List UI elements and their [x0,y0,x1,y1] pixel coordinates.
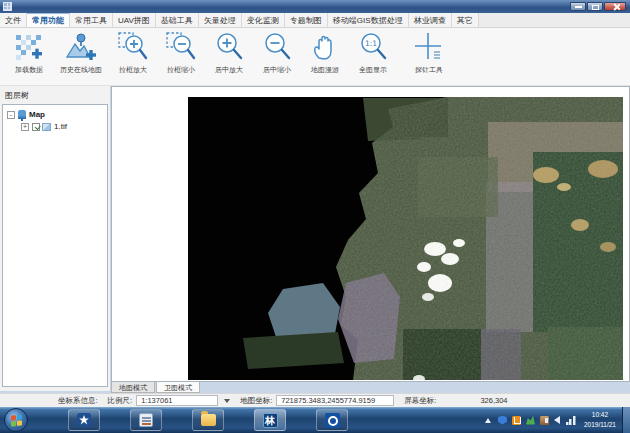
taskbar-clock[interactable]: 10:42 2019/11/21 [584,410,616,430]
tree-layer-label: 1.tif [54,122,67,131]
tool-label: 居中缩小 [263,65,291,75]
screen-coord-label: 屏幕坐标: [404,396,436,406]
center-zoom-in-button[interactable]: 居中放大 [206,31,252,83]
layer-tree: - Map + 1.tif [2,104,108,387]
tab-basic-tools[interactable]: 基础工具 [156,13,199,27]
tab-change-monitoring[interactable]: 变化监测 [242,13,285,27]
ribbon-tab-bar: 文件 常用功能 常用工具 UAV拼图 基础工具 矢量处理 变化监测 专题制图 移… [0,13,630,28]
tab-common-functions[interactable]: 常用功能 [27,13,70,27]
tray-green-icon[interactable] [526,416,535,425]
tab-map-mode[interactable]: 地图模式 [111,382,155,393]
tree-root-label: Map [29,110,45,119]
folder-icon [201,414,216,426]
map-coord-value: 721875.3483,2455774.9159 [276,395,394,406]
tray-shield-icon[interactable] [498,416,507,425]
tool-label: 居中放大 [215,65,243,75]
history-online-map-button[interactable]: 历史在线地图 [54,31,108,83]
clock-time: 10:42 [584,410,616,420]
collapse-icon[interactable]: - [7,111,15,119]
map-coord-label: 地图坐标: [240,396,272,406]
close-icon [613,4,619,10]
tab-uav-mosaic[interactable]: UAV拼图 [113,13,156,27]
tool-label: 全图显示 [359,65,387,75]
box-zoom-out-button[interactable]: 拉框缩小 [158,31,204,83]
taskbar-app-explorer[interactable] [192,409,224,431]
tree-root-row[interactable]: - Map [3,110,107,119]
tab-mobile-gis-data[interactable]: 移动端GIS数据处理 [328,13,409,27]
clock-date: 2019/11/21 [584,420,616,430]
layer-panel: 图层树 - Map + 1.tif [0,86,110,391]
center-zoom-out-icon [261,31,293,63]
map-root-icon [18,110,26,119]
maximize-icon [592,5,599,10]
maximize-button[interactable] [587,2,603,11]
taskbar-app-image-viewer[interactable] [130,409,162,431]
tab-thematic-mapping[interactable]: 专题制图 [285,13,328,27]
layer-visibility-checkbox[interactable] [32,123,40,131]
network-icon[interactable] [566,416,576,425]
scale-value-combobox[interactable]: 1:137061 [136,395,218,406]
tool-label: 历史在线地图 [60,65,102,75]
windows-taskbar: 林 10:42 2019/11/21 [0,407,630,433]
minimize-button[interactable] [570,2,586,11]
layer-panel-title: 图层树 [0,86,110,103]
probe-tool-icon [413,31,445,63]
load-data-button[interactable]: 加载数据 [6,31,52,83]
scale-dropdown-icon[interactable] [224,399,230,403]
titlebar [0,0,630,13]
box-zoom-out-icon [165,31,197,63]
tool-label: 拉框缩小 [167,65,195,75]
app-grid-icon [3,2,12,11]
toolbar: 加载数据 历史在线地图 拉框放大 拉框缩小 [0,28,630,86]
center-zoom-in-icon [213,31,245,63]
tool-label: 拉框放大 [119,65,147,75]
tab-forestry-survey[interactable]: 林业调查 [409,13,452,27]
box-zoom-in-icon [117,31,149,63]
center-zoom-out-button[interactable]: 居中缩小 [254,31,300,83]
close-button[interactable] [604,2,626,11]
taskbar-apps: 林 [68,409,378,431]
tool-label: 探针工具 [415,65,443,75]
tree-layer-row[interactable]: + 1.tif [17,122,107,131]
o-app-icon [325,413,340,428]
system-tray: 10:42 2019/11/21 [485,407,630,433]
expand-icon[interactable]: + [21,123,29,131]
tray-expand-icon[interactable] [485,418,491,423]
status-bar: 坐标系信息: 比例尺: 1:137061 地图坐标: 721875.3483,2… [0,393,630,407]
tab-other[interactable]: 其它 [452,13,479,27]
raster-layer-icon [42,123,51,131]
volume-icon[interactable] [554,416,560,424]
taskbar-app-o[interactable] [316,409,348,431]
box-zoom-in-button[interactable]: 拉框放大 [110,31,156,83]
satellite-imagery[interactable] [188,97,623,380]
history-online-map-icon [65,31,97,63]
pan-hand-icon [309,31,341,63]
taskbar-app-star[interactable] [68,409,100,431]
screen-coord-value: 326,304 [480,396,507,405]
tray-input-method-icon[interactable] [512,416,521,425]
full-extent-icon: 1:1 [357,31,389,63]
map-pan-button[interactable]: 地图漫游 [302,31,348,83]
windows-flag-icon [11,414,22,426]
tab-file[interactable]: 文件 [0,13,27,27]
minimize-icon [575,6,582,8]
show-desktop-button[interactable] [622,407,630,433]
window-controls [569,2,626,11]
tool-label: 加载数据 [15,65,43,75]
probe-tool-button[interactable]: 探针工具 [406,31,452,83]
scale-label: 比例尺: [108,396,133,406]
tool-label: 地图漫游 [311,65,339,75]
taskbar-app-forestry[interactable]: 林 [254,409,286,431]
map-canvas[interactable] [111,86,630,382]
star-app-icon [77,413,91,427]
map-mode-tabs: 地图模式 卫图模式 [111,382,201,393]
load-data-icon [13,31,45,63]
start-button[interactable] [4,408,28,432]
tab-vector-processing[interactable]: 矢量处理 [199,13,242,27]
tab-common-tools[interactable]: 常用工具 [70,13,113,27]
full-extent-button[interactable]: 1:1 全图显示 [350,31,396,83]
coord-system-label: 坐标系信息: [58,396,98,406]
image-viewer-icon [139,413,153,427]
svg-text:1:1: 1:1 [365,39,377,48]
tab-satellite-mode[interactable]: 卫图模式 [156,382,200,393]
